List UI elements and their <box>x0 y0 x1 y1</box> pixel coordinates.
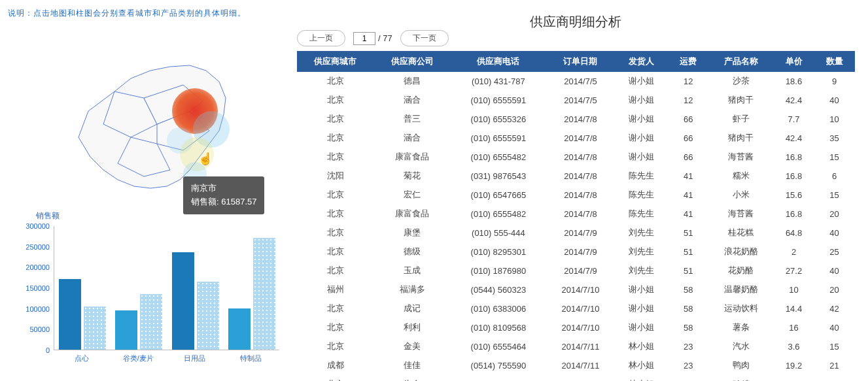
table-cell: (031) 9876543 <box>451 167 546 186</box>
table-row[interactable]: 北京金美(010) 65554642014/7/11林小姐23汽水3.615 <box>297 337 855 356</box>
bar[interactable] <box>228 308 251 350</box>
prev-page-button[interactable]: 上一页 <box>297 30 345 46</box>
table-cell: 涵合 <box>373 91 451 110</box>
table-row[interactable]: 北京为全(020) 65555012014/7/11林小姐23鸡精821 <box>297 375 855 382</box>
table-cell: 40 <box>814 224 855 242</box>
bar[interactable] <box>140 294 162 350</box>
table-row[interactable]: 北京德昌(010) 431-7872014/7/5谢小姐12沙茶18.69 <box>297 72 855 91</box>
table-cell: 为全 <box>373 375 451 382</box>
table-cell: 北京 <box>297 337 373 356</box>
table-cell: 2014/7/11 <box>546 337 615 356</box>
table-cell: 玉成 <box>373 261 451 280</box>
table-cell: 15 <box>814 186 855 205</box>
table-cell: 谢小姐 <box>616 148 668 167</box>
table-cell: 陈先生 <box>616 205 668 224</box>
china-map[interactable]: ☝ 南京市 销售额: 61587.57 <box>52 39 275 203</box>
table-cell: 3.6 <box>774 337 814 356</box>
table-cell: 19.2 <box>774 356 814 375</box>
table-cell: 23 <box>668 356 708 375</box>
page-input[interactable] <box>353 32 375 45</box>
table-row[interactable]: 成都佳佳(0514) 7555902014/7/11林小姐23鸭肉19.221 <box>297 356 855 375</box>
table-cell: 北京 <box>297 205 373 224</box>
chart-plot[interactable] <box>54 226 279 350</box>
table-cell: 2014/7/9 <box>546 261 615 280</box>
table-cell: (010) 555-444 <box>451 224 546 242</box>
table-cell: 康堡 <box>373 224 451 242</box>
supplier-table: 供应商城市供应商公司供应商电话订单日期发货人运费产品名称单价数量 北京德昌(01… <box>297 51 855 381</box>
table-cell: 鸭肉 <box>708 356 773 375</box>
table-header-cell[interactable]: 单价 <box>774 51 814 72</box>
table-cell: 20 <box>814 280 855 299</box>
table-row[interactable]: 北京成记(010) 63830062014/7/10谢小姐58运动饮料14.44… <box>297 299 855 318</box>
table-row[interactable]: 北京涵合(010) 65555912014/7/8谢小姐66猪肉干42.435 <box>297 129 855 148</box>
table-cell: 2014/7/5 <box>546 91 615 110</box>
table-row[interactable]: 北京利利(010) 81095682014/7/10谢小姐58薯条1640 <box>297 318 855 337</box>
table-cell: 福州 <box>297 280 373 299</box>
table-row[interactable]: 北京康富食品(010) 65554822014/7/8谢小姐66海苔酱16.81… <box>297 148 855 167</box>
table-row[interactable]: 北京普三(010) 65553262014/7/8谢小姐66虾子7.710 <box>297 110 855 129</box>
table-row[interactable]: 北京涵合(010) 65555912014/7/5谢小姐12猪肉干42.440 <box>297 91 855 110</box>
table-cell: 汽水 <box>708 337 773 356</box>
page-total: / 77 <box>378 33 392 43</box>
bar[interactable] <box>197 282 219 350</box>
table-cell: 谢小姐 <box>616 129 668 148</box>
table-row[interactable]: 北京康堡(010) 555-4442014/7/9刘先生51桂花糕64.840 <box>297 224 855 242</box>
table-cell: 6 <box>814 167 855 186</box>
table-header-cell[interactable]: 订单日期 <box>546 51 615 72</box>
table-cell: 2014/7/9 <box>546 242 615 261</box>
bar[interactable] <box>59 279 81 350</box>
table-cell: 鸡精 <box>708 375 773 382</box>
table-row[interactable]: 福州福满多(0544) 5603232014/7/10谢小姐58温馨奶酪1020 <box>297 280 855 299</box>
table-row[interactable]: 北京玉成(010) 18769802014/7/9刘先生51花奶酪27.240 <box>297 261 855 280</box>
table-cell: 58 <box>668 280 708 299</box>
bar[interactable] <box>172 252 194 350</box>
table-cell: 北京 <box>297 91 373 110</box>
table-header-cell[interactable]: 供应商公司 <box>373 51 451 72</box>
table-cell: (010) 6555591 <box>451 129 546 148</box>
table-header-cell[interactable]: 数量 <box>814 51 855 72</box>
table-header-cell[interactable]: 供应商城市 <box>297 51 373 72</box>
table-header-cell[interactable]: 供应商电话 <box>451 51 546 72</box>
table-cell: 海苔酱 <box>708 205 773 224</box>
x-axis-label[interactable]: 日用品 <box>167 354 223 363</box>
table-cell: 2014/7/9 <box>546 224 615 242</box>
next-page-button[interactable]: 下一页 <box>400 30 449 46</box>
table-cell: 58 <box>668 299 708 318</box>
table-cell: 66 <box>668 110 708 129</box>
table-cell: 10 <box>814 110 855 129</box>
table-cell: 27.2 <box>774 261 814 280</box>
table-cell: 41 <box>668 186 708 205</box>
table-cell: 刘先生 <box>616 242 668 261</box>
table-row[interactable]: 北京德级(010) 82953012014/7/9刘先生51浪花奶酪225 <box>297 242 855 261</box>
table-cell: 2014/7/10 <box>546 280 615 299</box>
table-cell: 谢小姐 <box>616 72 668 91</box>
x-axis-label[interactable]: 点心 <box>54 354 110 363</box>
table-cell: 沙茶 <box>708 72 773 91</box>
table-header-cell[interactable]: 运费 <box>668 51 708 72</box>
table-cell: (0514) 755590 <box>451 356 546 375</box>
table-cell: 66 <box>668 129 708 148</box>
x-axis-label[interactable]: 特制品 <box>223 354 279 363</box>
table-row[interactable]: 沈阳菊花(031) 98765432014/7/8陈先生41糯米16.86 <box>297 167 855 186</box>
table-cell: (010) 6555326 <box>451 110 546 129</box>
table-cell: 64.8 <box>774 224 814 242</box>
bar[interactable] <box>253 238 275 350</box>
table-cell: 花奶酪 <box>708 261 773 280</box>
table-row[interactable]: 北京宏仁(010) 65476652014/7/8陈先生41小米15.615 <box>297 186 855 205</box>
table-cell: (010) 1876980 <box>451 261 546 280</box>
table-cell: 利利 <box>373 318 451 337</box>
sales-bar-chart[interactable]: 300000250000200000150000100000500000 点心谷… <box>0 220 288 370</box>
table-cell: (010) 8295301 <box>451 242 546 261</box>
x-axis-label[interactable]: 谷类/麦片 <box>110 354 166 363</box>
bar[interactable] <box>115 310 137 350</box>
table-cell: (020) 6555501 <box>451 375 546 382</box>
table-cell: 58 <box>668 318 708 337</box>
page-title: 供应商明细分析 <box>530 13 621 31</box>
table-header-cell[interactable]: 发货人 <box>616 51 668 72</box>
table-row[interactable]: 北京康富食品(010) 65554822014/7/8陈先生41海苔酱16.82… <box>297 205 855 224</box>
table-cell: 40 <box>814 261 855 280</box>
table-header-cell[interactable]: 产品名称 <box>708 51 773 72</box>
table-cell: 2014/7/5 <box>546 72 615 91</box>
bar[interactable] <box>84 306 106 350</box>
table-cell: 23 <box>668 337 708 356</box>
